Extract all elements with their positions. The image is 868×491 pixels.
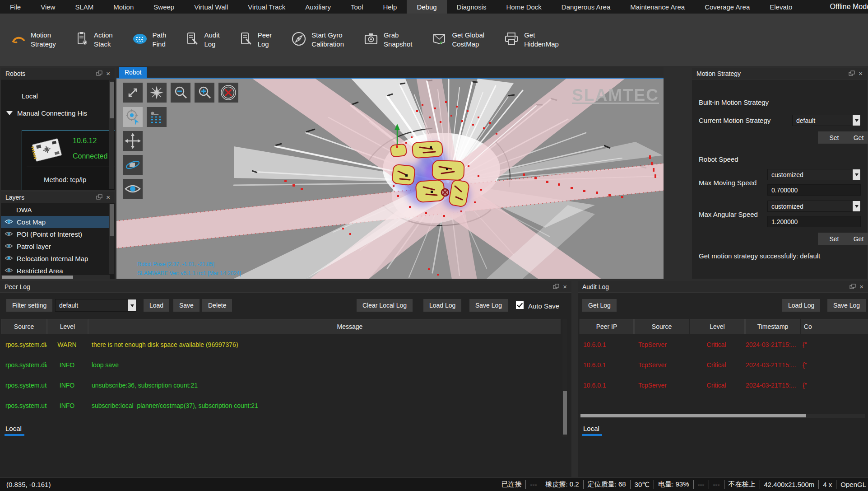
menu-file[interactable]: File (0, 0, 31, 14)
robots-group-manual-connecting[interactable]: Manual Connecting His (6, 109, 87, 117)
layers-vertical-scrollbar[interactable] (109, 204, 114, 274)
grab-snapshot-button[interactable]: GrabSnapshot (363, 31, 412, 49)
float-panel-icon[interactable] (849, 283, 856, 290)
column-header-content[interactable]: Co (801, 319, 868, 334)
layer-item-poi[interactable]: POI (Point of Interest) (1, 228, 110, 240)
layers-horizontal-scrollbar[interactable] (1, 275, 110, 279)
column-header-timestamp[interactable]: Timestamp (745, 319, 800, 334)
float-panel-icon[interactable] (553, 283, 559, 290)
menu-motion[interactable]: Motion (103, 0, 144, 14)
column-header-source[interactable]: Source (1, 319, 47, 334)
menu-slam[interactable]: SLAM (65, 0, 103, 14)
menu-sweep[interactable]: Sweep (144, 0, 184, 14)
audit-horizontal-scrollbar[interactable] (580, 414, 865, 418)
peer-log-row[interactable]: rpos.system.util.... INFO unsubscribe:36… (1, 375, 561, 395)
layer-item-relocation[interactable]: Relocation Internal Map (1, 253, 110, 265)
audit-load-log-button[interactable]: Load Log (782, 299, 820, 312)
robots-vertical-scrollbar[interactable] (109, 80, 114, 189)
eye-icon[interactable] (5, 255, 13, 262)
eye-icon[interactable] (5, 243, 13, 250)
max-angular-speed-input[interactable]: 1.200000 (767, 216, 861, 227)
column-header-level[interactable]: Level (690, 319, 745, 334)
peer-log-button[interactable]: PeerLog (239, 31, 272, 49)
menu-virtual-track[interactable]: Virtual Track (238, 0, 295, 14)
column-header-message[interactable]: Message (88, 319, 561, 334)
max-moving-mode-dropdown[interactable]: customized (767, 169, 861, 180)
audit-log-table[interactable]: Peer IP Source Level Timestamp Co 10.6.0… (580, 319, 868, 414)
eye-icon[interactable] (5, 230, 13, 238)
visibility-button[interactable] (123, 179, 143, 199)
float-panel-icon[interactable] (96, 70, 102, 77)
peer-log-row[interactable]: rpos.system.dia... WARN there is not eno… (1, 334, 561, 355)
layer-item-dwa[interactable]: DWA (1, 204, 110, 216)
menu-maintenance-area[interactable]: Maintenance Area (620, 0, 695, 14)
peer-log-table[interactable]: Source Level Message rpos.system.dia... … (1, 319, 561, 436)
chevron-down-icon[interactable] (128, 299, 136, 311)
eye-icon[interactable] (5, 267, 13, 275)
close-panel-icon[interactable]: × (106, 194, 110, 201)
cancel-action-button[interactable] (218, 83, 238, 103)
chevron-down-icon[interactable] (853, 115, 860, 126)
menu-debug[interactable]: Debug (407, 0, 446, 14)
menu-view[interactable]: View (31, 0, 65, 14)
peer-log-vertical-scrollbar[interactable] (562, 319, 567, 437)
column-header-level[interactable]: Level (47, 319, 88, 334)
filter-setting-button[interactable]: Filter setting (6, 299, 52, 312)
chevron-down-icon[interactable] (853, 169, 860, 180)
clear-local-log-button[interactable]: Clear Local Log (357, 299, 413, 312)
strategy-get-button[interactable]: Get (842, 131, 868, 144)
audit-log-row[interactable]: 10.6.0.1 TcpServer Critical 2024-03-21T1… (580, 355, 868, 375)
pan-move-button[interactable] (123, 131, 143, 151)
action-stack-button[interactable]: ActionStack (75, 31, 113, 49)
menu-elevator[interactable]: Elevato (760, 0, 802, 14)
filter-load-button[interactable]: Load (144, 299, 169, 312)
menu-auxiliary[interactable]: Auxiliary (295, 0, 341, 14)
speed-get-button[interactable]: Get (842, 233, 868, 245)
layer-item-cost-map[interactable]: Cost Map (1, 216, 110, 228)
peer-log-row[interactable]: rpos.system.util.... INFO subscribe:loca… (1, 395, 561, 416)
eye-icon[interactable] (5, 218, 13, 226)
center-view-button[interactable] (147, 83, 167, 103)
column-header-source[interactable]: Source (634, 319, 689, 334)
zoom-in-button[interactable] (195, 83, 214, 103)
rotate-view-button[interactable] (123, 155, 143, 175)
max-moving-speed-input[interactable]: 0.700000 (767, 184, 861, 196)
peer-log-row[interactable]: rpos.system.dia... INFO loop save (1, 355, 561, 375)
menu-help[interactable]: Help (373, 0, 407, 14)
close-panel-icon[interactable]: × (563, 284, 567, 290)
float-panel-icon[interactable] (849, 70, 855, 77)
layer-item-patrol[interactable]: Patrol layer (1, 240, 110, 253)
get-hiddenmap-button[interactable]: GetHiddenMap (503, 31, 559, 49)
motion-strategy-button[interactable]: MotionStrategy (11, 31, 56, 49)
audit-log-row[interactable]: 10.6.0.1 TcpServer Critical 2024-03-21T1… (580, 375, 868, 395)
menu-coverage-area[interactable]: Coverage Area (695, 0, 760, 14)
get-global-costmap-button[interactable]: Get GlobalCostMap (431, 31, 484, 49)
fullscreen-button[interactable] (123, 83, 143, 103)
get-log-button[interactable]: Get Log (582, 299, 617, 312)
zoom-out-button[interactable] (171, 83, 190, 103)
tab-robot[interactable]: Robot (119, 67, 147, 78)
audit-log-button[interactable]: AuditLog (185, 31, 219, 49)
robots-item-local[interactable]: Local (22, 92, 38, 100)
locate-robot-button[interactable] (123, 107, 143, 127)
chevron-down-icon[interactable] (853, 201, 860, 211)
load-log-button[interactable]: Load Log (423, 299, 461, 312)
filter-save-button[interactable]: Save (173, 299, 200, 312)
filter-preset-dropdown[interactable]: default (55, 299, 136, 312)
menu-tool[interactable]: Tool (341, 0, 373, 14)
column-header-peer-ip[interactable]: Peer IP (580, 319, 634, 334)
close-panel-icon[interactable]: × (859, 284, 863, 290)
trajectory-button[interactable] (147, 107, 167, 127)
peer-log-tab-local[interactable]: Local (5, 424, 24, 436)
start-gyro-calibration-button[interactable]: Start GyroCalibration (291, 31, 344, 49)
current-strategy-dropdown[interactable]: default (792, 115, 861, 126)
save-log-button[interactable]: Save Log (469, 299, 508, 312)
tree-expanded-icon[interactable] (6, 111, 13, 115)
close-panel-icon[interactable]: × (106, 70, 110, 77)
audit-save-log-button[interactable]: Save Log (827, 299, 866, 312)
path-find-button[interactable]: PathFind (132, 31, 167, 49)
float-panel-icon[interactable] (96, 194, 102, 201)
menu-dangerous-area[interactable]: Dangerous Area (552, 0, 620, 14)
menu-diagnosis[interactable]: Diagnosis (447, 0, 497, 14)
filter-delete-button[interactable]: Delete (202, 299, 232, 312)
